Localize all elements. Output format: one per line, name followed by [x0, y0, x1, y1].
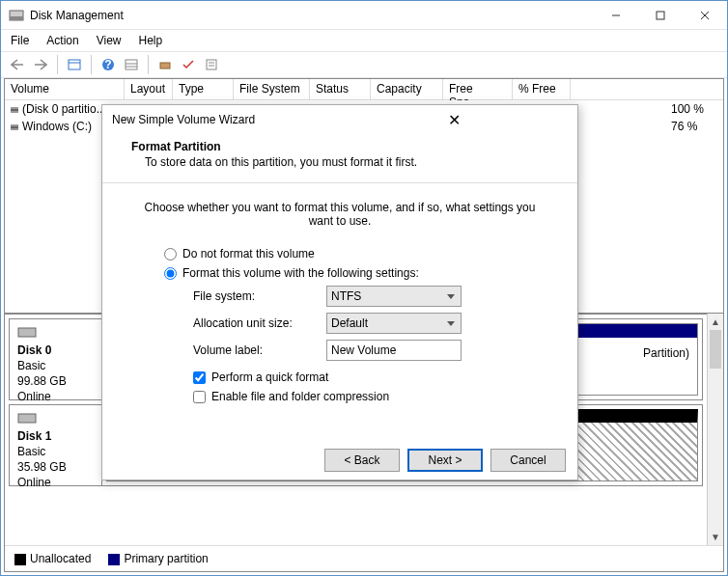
back-button[interactable] — [7, 54, 28, 75]
col-pctfree[interactable]: % Free — [513, 79, 571, 99]
svg-text:?: ? — [104, 58, 111, 71]
menu-file[interactable]: File — [11, 34, 29, 47]
svg-rect-14 — [207, 60, 216, 69]
menu-view[interactable]: View — [97, 34, 122, 47]
svg-rect-1 — [10, 16, 23, 20]
window-title: Disk Management — [30, 9, 594, 22]
dialog-heading: Format Partition — [131, 140, 548, 153]
col-type[interactable]: Type — [173, 79, 234, 99]
svg-rect-13 — [160, 63, 170, 69]
cancel-button[interactable]: Cancel — [490, 449, 566, 472]
toolbar: ? — [1, 51, 727, 78]
filesystem-select[interactable]: NTFS — [326, 286, 462, 307]
back-button[interactable]: < Back — [324, 449, 400, 472]
maximize-button[interactable] — [638, 1, 683, 30]
disk-management-window: Disk Management File Action View Help ? … — [0, 0, 728, 576]
menu-action[interactable]: Action — [46, 34, 78, 47]
volume-label-label: Volume label: — [193, 343, 319, 357]
disk-info: Disk 1 Basic 35.98 GB Online — [10, 405, 102, 485]
action-icon[interactable] — [154, 54, 176, 75]
svg-rect-6 — [69, 60, 80, 69]
checkbox-quick-format[interactable] — [193, 371, 206, 384]
checkbox-compression[interactable] — [193, 391, 206, 403]
volume-label-input[interactable] — [326, 340, 462, 361]
radio-format-label: Format this volume with the following se… — [182, 266, 419, 280]
disk-icon — [17, 411, 37, 425]
next-button[interactable]: Next > — [407, 449, 483, 472]
menu-bar: File Action View Help — [1, 30, 727, 51]
svg-rect-18 — [18, 414, 36, 423]
legend-swatch-primary — [108, 554, 120, 565]
column-headers: Volume Layout Type File System Status Ca… — [5, 79, 723, 100]
help-icon[interactable]: ? — [98, 54, 119, 75]
scroll-up-icon[interactable]: ▲ — [708, 314, 723, 330]
scroll-down-icon[interactable]: ▼ — [708, 529, 723, 545]
volume-icon — [11, 126, 18, 128]
check-icon[interactable] — [178, 54, 199, 75]
col-freespace[interactable]: Free Spa... — [443, 79, 513, 99]
forward-button[interactable] — [30, 54, 51, 75]
allocation-label: Allocation unit size: — [193, 316, 319, 330]
disk-info: Disk 0 Basic 99.88 GB Online — [10, 319, 102, 399]
properties-icon[interactable] — [201, 54, 222, 75]
disk-icon — [17, 325, 37, 339]
col-capacity[interactable]: Capacity — [371, 79, 443, 99]
col-layout[interactable]: Layout — [125, 79, 173, 99]
checkbox-quick-format-label: Perform a quick format — [211, 370, 328, 384]
radio-no-format[interactable] — [164, 248, 177, 261]
dialog-close-button[interactable]: ✕ — [340, 111, 568, 129]
list-icon[interactable] — [121, 54, 142, 75]
legend-swatch-unalloc — [14, 554, 26, 565]
wizard-dialog: New Simple Volume Wizard ✕ Format Partit… — [101, 104, 578, 480]
radio-format[interactable] — [164, 267, 177, 280]
legend: Unallocated Primary partition — [5, 545, 723, 571]
minimize-button[interactable] — [594, 1, 638, 30]
svg-rect-10 — [126, 60, 137, 69]
svg-rect-3 — [657, 12, 664, 19]
menu-help[interactable]: Help — [139, 34, 163, 47]
scrollbar-thumb[interactable] — [710, 330, 721, 369]
col-volume[interactable]: Volume — [5, 79, 125, 99]
radio-no-format-label: Do not format this volume — [182, 247, 315, 261]
dialog-titlebar: New Simple Volume Wizard ✕ — [102, 105, 577, 134]
app-icon — [9, 8, 24, 23]
close-button[interactable] — [683, 1, 727, 30]
volume-icon — [11, 109, 18, 111]
allocation-select[interactable]: Default — [326, 313, 462, 334]
vertical-scrollbar[interactable]: ▲ ▼ — [707, 314, 723, 545]
col-filesystem[interactable]: File System — [234, 79, 310, 99]
dialog-intro: Choose whether you want to format this v… — [131, 201, 548, 228]
filesystem-label: File system: — [193, 289, 319, 303]
titlebar: Disk Management — [1, 1, 727, 30]
checkbox-compression-label: Enable file and folder compression — [211, 390, 389, 403]
dialog-subheading: To store data on this partition, you mus… — [131, 155, 548, 169]
col-status[interactable]: Status — [310, 79, 371, 99]
svg-rect-17 — [18, 328, 36, 337]
view-icon[interactable] — [64, 54, 85, 75]
dialog-title: New Simple Volume Wizard — [112, 113, 340, 126]
